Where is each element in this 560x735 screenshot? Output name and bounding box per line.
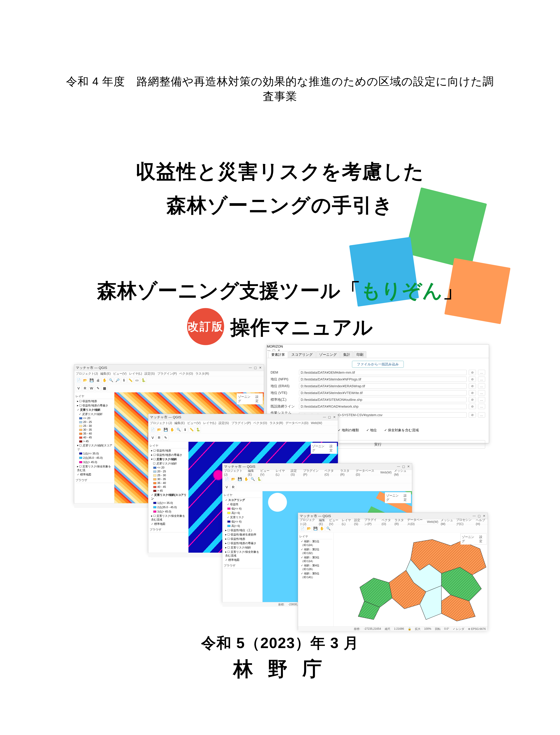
- menu-plugin[interactable]: プラグイン(P): [157, 372, 177, 376]
- layer-item[interactable]: ▸ ☐ 収益性/地位（工）: [224, 528, 261, 533]
- table-icon[interactable]: ▦: [102, 386, 107, 391]
- menu-project[interactable]: プロジェクト(J): [150, 421, 172, 425]
- edit-icon[interactable]: ✎: [163, 435, 168, 441]
- tab-print[interactable]: 印刷: [354, 351, 366, 358]
- new-project-icon[interactable]: 📄: [300, 526, 305, 531]
- open-icon[interactable]: 📂: [306, 526, 312, 531]
- select-icon[interactable]: ▭: [134, 378, 140, 383]
- minimize-icon[interactable]: —: [472, 514, 476, 518]
- menu-plugin[interactable]: プラグイン(P): [231, 421, 251, 425]
- zoom-in-icon[interactable]: 🔍: [176, 427, 181, 433]
- zoom-in-icon[interactable]: 🔍: [250, 476, 255, 482]
- python-icon[interactable]: 🐍: [195, 427, 201, 433]
- browse-icon[interactable]: …: [478, 397, 485, 402]
- browse-icon[interactable]: …: [478, 384, 485, 389]
- layer-flow[interactable]: ▸ ☐ 災害リスク/保全対象を含む流: [75, 464, 113, 472]
- layer-profitability[interactable]: 収益性: [224, 502, 261, 507]
- layer-flow[interactable]: ▸ ☐ 災害リスク/保全対象を含む流域: [150, 514, 187, 522]
- menu-layer[interactable]: レイヤ(L): [129, 372, 142, 376]
- menu-settings[interactable]: 設定(S): [291, 469, 301, 476]
- pan-icon[interactable]: ✋: [102, 378, 107, 383]
- clear-icon[interactable]: ⊘: [469, 377, 476, 382]
- add-vector-icon[interactable]: V: [150, 435, 155, 441]
- menu-raster[interactable]: ラスタ(R): [195, 372, 209, 376]
- menu-layer[interactable]: レイヤ(L): [276, 469, 288, 476]
- clear-icon[interactable]: ⊘: [469, 384, 476, 389]
- python-icon[interactable]: 🐍: [141, 378, 146, 383]
- measure-icon[interactable]: 📏: [128, 378, 133, 383]
- layer-rank4[interactable]: 傾斜：第4位（ID:126）: [299, 563, 332, 571]
- clear-icon[interactable]: ⊘: [469, 397, 476, 402]
- menu-vector[interactable]: ベクタ(O): [253, 421, 267, 425]
- minimize-icon[interactable]: —: [322, 415, 326, 419]
- bulk-load-button[interactable]: ファイルから一括読み込み: [352, 361, 404, 368]
- panel-tab-layer[interactable]: レイヤ: [150, 443, 187, 449]
- layer-item[interactable]: ▸ ☐ 収益性/地形: [150, 449, 187, 453]
- panel-tab-layer[interactable]: レイヤ: [75, 394, 113, 399]
- menu-raster[interactable]: ラスタ(R): [270, 421, 283, 425]
- check-chii[interactable]: 地位: [366, 428, 377, 433]
- layer-rank2[interactable]: 傾斜：第2位（ID:132）: [299, 547, 332, 555]
- open-icon[interactable]: 📂: [230, 476, 236, 482]
- clear-icon[interactable]: ⊘: [469, 390, 476, 396]
- panel-tab-browser translate[interactable]: ブラウザ: [75, 478, 113, 483]
- layer-risk[interactable]: 災害リスク: [224, 515, 261, 520]
- add-vector-icon[interactable]: V: [224, 485, 230, 490]
- btn-zoning[interactable]: ゾーニング: [462, 535, 477, 543]
- save-icon[interactable]: 💾: [163, 427, 168, 433]
- new-project-icon[interactable]: 📄: [224, 476, 230, 482]
- menu-db[interactable]: データベース(D): [407, 518, 424, 526]
- btn-settings[interactable]: 設定: [479, 535, 485, 543]
- tab-keisan[interactable]: 要素計算: [268, 351, 288, 358]
- menu-web[interactable]: Web(W): [427, 520, 438, 524]
- layer-score[interactable]: ▾ ☐ 災害リスク/傾斜(スコアリ: [75, 443, 113, 451]
- layer-scoring-group[interactable]: スコアリング: [224, 498, 261, 502]
- path-sitemon[interactable]: D:/testdata/DATA¥SITEMON¥outline.shp: [299, 397, 467, 402]
- menu-mesh[interactable]: メッシュ(M): [441, 518, 453, 526]
- menu-help[interactable]: ヘルプ(H): [476, 518, 486, 526]
- identify-icon[interactable]: ℹ: [121, 378, 127, 383]
- path-nfpi[interactable]: D:/testdata/DATA¥SiteIndex¥NFPIsgs.tif: [299, 377, 467, 382]
- tab-scoring[interactable]: スコアリング: [288, 351, 316, 358]
- check-hozen[interactable]: 保全対象を含む流域: [384, 428, 419, 433]
- layer-basemap[interactable]: 標準地図: [150, 522, 187, 526]
- maximize-icon[interactable]: ▢: [253, 366, 257, 370]
- clear-icon[interactable]: ⊘: [469, 412, 476, 418]
- browse-icon[interactable]: …: [478, 404, 485, 409]
- add-raster-icon[interactable]: R: [82, 386, 88, 391]
- layer-rank1[interactable]: 傾斜：第1位（ID:124）: [299, 539, 332, 547]
- add-wms-icon[interactable]: W: [89, 386, 94, 391]
- layer-item[interactable]: ▸ ☐ 収益性/地形: [224, 537, 261, 541]
- close-icon[interactable]: ✕: [258, 366, 262, 370]
- open-icon[interactable]: 📂: [82, 378, 88, 383]
- path-era5[interactable]: D:/testdata/DATA¥SiteIndex¥ERA5Wrap.tif: [299, 384, 467, 389]
- menu-project[interactable]: プロジェクト(J): [300, 518, 316, 526]
- menu-view[interactable]: ビュー(V): [113, 372, 127, 376]
- menu-processing[interactable]: プロセシング(C): [456, 518, 473, 526]
- panel-tab-browser[interactable]: ブラウザ: [224, 563, 261, 568]
- layer-basemap[interactable]: 標準地図: [224, 558, 261, 562]
- menu-raster[interactable]: ラスタ(R): [395, 518, 405, 526]
- measure-icon[interactable]: 📏: [189, 427, 194, 433]
- pan-icon[interactable]: ✋: [169, 427, 175, 433]
- menu-vector[interactable]: ベクタ(O): [382, 518, 392, 526]
- path-road[interactable]: D:/testdata/DATA¥ROAD¥network.shp: [299, 404, 467, 409]
- zoom-in-icon[interactable]: 🔍: [108, 378, 114, 383]
- layer-item[interactable]: ▸ ☐ 収益性/地形の尊厳さ: [75, 403, 113, 408]
- browse-icon[interactable]: …: [478, 377, 485, 382]
- layer-item[interactable]: ▸ ☐ 収益性/地形の尊厳さ: [224, 541, 261, 545]
- zoom-in-icon[interactable]: 🔍: [326, 526, 331, 531]
- save-icon[interactable]: 💾: [89, 378, 94, 383]
- menu-project[interactable]: プロジェクト(J): [76, 372, 98, 376]
- maximize-icon[interactable]: ▢: [327, 415, 331, 419]
- add-raster-icon[interactable]: R: [230, 485, 236, 490]
- menu-edit[interactable]: 編集(E): [248, 469, 258, 476]
- layer-item[interactable]: ▸ ☐ 収益性/地形: [75, 399, 113, 403]
- maximize-icon[interactable]: ▢: [401, 465, 405, 469]
- btn-zoning[interactable]: ゾーニング: [386, 494, 401, 502]
- identify-icon[interactable]: ℹ: [182, 427, 188, 433]
- close-icon[interactable]: ✕: [332, 415, 336, 419]
- layer-score[interactable]: 災害リスク/傾斜(スコアリン: [150, 493, 187, 501]
- layer-rank3[interactable]: 傾斜：第3位（ID:114）: [299, 555, 332, 563]
- menu-plugin[interactable]: プラグイン(P): [364, 518, 379, 526]
